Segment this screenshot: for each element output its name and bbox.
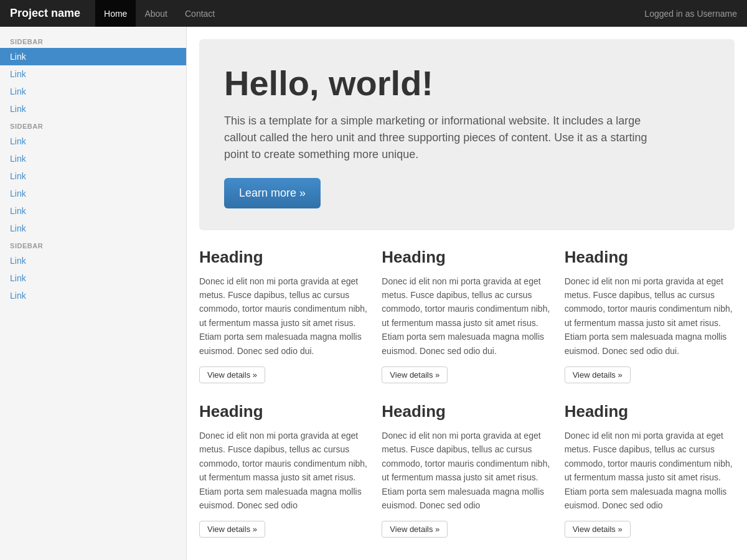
sidebar-heading-3: SIDEBAR [0, 237, 186, 252]
card-heading-1: Heading [199, 248, 369, 267]
content-card-5: HeadingDonec id elit non mi porta gravid… [382, 402, 552, 544]
learn-more-button[interactable]: Learn more » [224, 178, 321, 208]
card-text-4: Donec id elit non mi porta gravida at eg… [199, 429, 369, 512]
content-card-2: HeadingDonec id elit non mi porta gravid… [382, 248, 552, 390]
content-card-1: HeadingDonec id elit non mi porta gravid… [199, 248, 369, 390]
content-card-4: HeadingDonec id elit non mi porta gravid… [199, 402, 369, 544]
hero-description: This is a template for a simple marketin… [224, 113, 672, 163]
card-heading-2: Heading [382, 248, 552, 267]
nav-contact[interactable]: Contact [176, 0, 223, 27]
card-heading-6: Heading [565, 402, 735, 421]
hero-title: Hello, world! [224, 64, 710, 103]
user-info: Logged in as Username [644, 9, 737, 19]
content-card-6: HeadingDonec id elit non mi porta gravid… [565, 402, 735, 544]
main-content: Hello, world! This is a template for a s… [187, 27, 747, 560]
page-layout: SIDEBAR Link Link Link Link SIDEBAR Link… [0, 27, 747, 560]
card-heading-4: Heading [199, 402, 369, 421]
sidebar-heading-1: SIDEBAR [0, 33, 186, 48]
sidebar-link-2-6[interactable]: Link [0, 220, 186, 237]
sidebar-link-2-3[interactable]: Link [0, 167, 186, 185]
nav-links: Home About Contact [95, 0, 644, 27]
sidebar-link-1-4[interactable]: Link [0, 100, 186, 118]
content-card-3: HeadingDonec id elit non mi porta gravid… [565, 248, 735, 390]
card-heading-3: Heading [565, 248, 735, 267]
sidebar-link-3-3[interactable]: Link [0, 287, 186, 304]
hero-section: Hello, world! This is a template for a s… [199, 39, 735, 230]
sidebar-heading-2: SIDEBAR [0, 118, 186, 133]
brand-name: Project name [10, 7, 80, 20]
view-details-button-2[interactable]: View details » [382, 366, 448, 383]
sidebar: SIDEBAR Link Link Link Link SIDEBAR Link… [0, 27, 187, 560]
nav-home[interactable]: Home [95, 0, 136, 27]
sidebar-link-2-4[interactable]: Link [0, 185, 186, 202]
sidebar-link-2-1[interactable]: Link [0, 133, 186, 150]
nav-about[interactable]: About [136, 0, 176, 27]
card-text-5: Donec id elit non mi porta gravida at eg… [382, 429, 552, 512]
sidebar-link-1-3[interactable]: Link [0, 83, 186, 100]
card-heading-5: Heading [382, 402, 552, 421]
card-text-6: Donec id elit non mi porta gravida at eg… [565, 429, 735, 512]
view-details-button-5[interactable]: View details » [382, 521, 448, 538]
view-details-button-1[interactable]: View details » [199, 366, 265, 383]
sidebar-link-1-1[interactable]: Link [0, 48, 186, 65]
sidebar-link-2-2[interactable]: Link [0, 150, 186, 167]
view-details-button-6[interactable]: View details » [565, 521, 631, 538]
view-details-button-4[interactable]: View details » [199, 521, 265, 538]
card-text-2: Donec id elit non mi porta gravida at eg… [382, 274, 552, 358]
sidebar-link-3-2[interactable]: Link [0, 269, 186, 287]
view-details-button-3[interactable]: View details » [565, 366, 631, 383]
sidebar-link-2-5[interactable]: Link [0, 202, 186, 220]
sidebar-link-1-2[interactable]: Link [0, 65, 186, 83]
sidebar-link-3-1[interactable]: Link [0, 252, 186, 269]
card-text-1: Donec id elit non mi porta gravida at eg… [199, 274, 369, 358]
content-grid: HeadingDonec id elit non mi porta gravid… [199, 248, 735, 544]
card-text-3: Donec id elit non mi porta gravida at eg… [565, 274, 735, 358]
navbar: Project name Home About Contact Logged i… [0, 0, 747, 27]
